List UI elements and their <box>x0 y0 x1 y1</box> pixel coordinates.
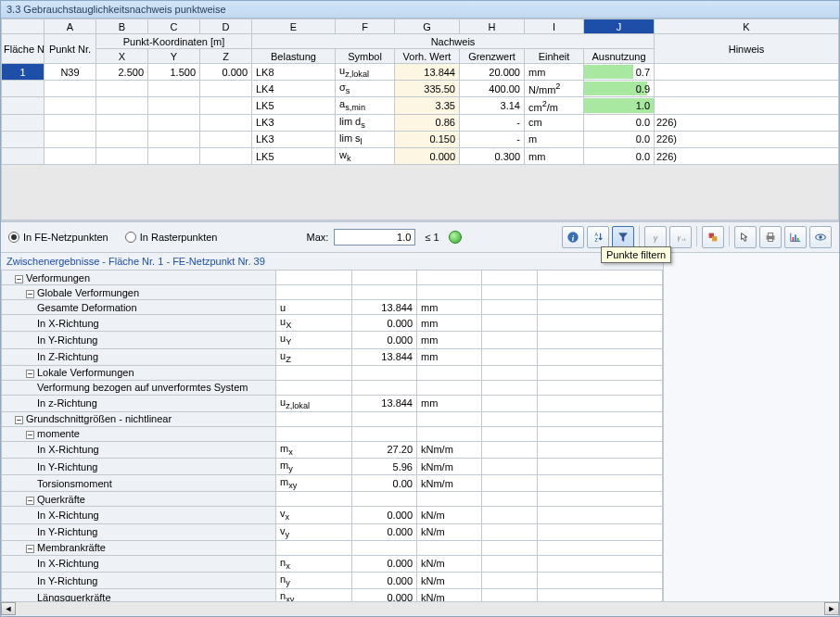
cell[interactable] <box>45 147 96 164</box>
cell[interactable]: 0.000 <box>395 147 460 164</box>
scroll-left-button[interactable]: ◄ <box>1 602 16 615</box>
tree-label[interactable]: Torsionsmoment <box>2 475 276 492</box>
col-vorh-wert[interactable]: Vorh. Wert <box>395 49 460 64</box>
cell[interactable] <box>200 147 252 164</box>
cell[interactable]: N/mm2 <box>525 81 584 97</box>
radio-rasterpunkten[interactable]: In Rasterpunkten <box>125 232 218 243</box>
row-header[interactable]: 1 <box>2 64 45 81</box>
cell-hinweis[interactable] <box>655 64 839 81</box>
cell[interactable]: lim ds <box>336 114 395 131</box>
info-button[interactable]: i <box>562 226 584 248</box>
row-header[interactable] <box>2 147 45 164</box>
tree-label[interactable]: In Y-Richtung <box>2 573 276 589</box>
tree-label[interactable]: In Y-Richtung <box>2 459 276 475</box>
col-letter-C[interactable]: C <box>148 19 200 34</box>
col-letter-J[interactable]: J <box>584 19 655 34</box>
cell[interactable] <box>45 97 96 114</box>
subgrid-row[interactable]: −Globale Verformungen <box>2 285 663 300</box>
row-header[interactable] <box>2 97 45 114</box>
cell[interactable]: 0.150 <box>395 131 460 147</box>
col-einheit[interactable]: Einheit <box>525 49 584 64</box>
cell[interactable] <box>96 131 148 147</box>
tree-label[interactable]: −Globale Verformungen <box>2 285 276 300</box>
subgrid-row[interactable]: In Y-Richtungvy0.000kN/m <box>2 523 663 540</box>
cell[interactable] <box>200 114 252 131</box>
pick-button[interactable] <box>734 226 757 248</box>
tree-toggle-icon[interactable]: − <box>15 416 23 424</box>
col-ausnutzung[interactable]: Ausnutzung <box>584 49 655 64</box>
table-row[interactable]: LK5as,min3.353.14cm2/m1.0 <box>2 97 839 114</box>
tree-label[interactable]: In Z-Richtung <box>2 348 276 365</box>
chart-button[interactable] <box>784 226 807 248</box>
subgrid-row[interactable]: In Z-RichtunguZ13.844mm <box>2 348 663 365</box>
cell[interactable]: uz,lokal <box>336 64 395 81</box>
col-x[interactable]: X <box>96 49 148 64</box>
subgrid-row[interactable]: In Y-RichtunguY0.000mm <box>2 332 663 348</box>
tree-label[interactable]: −Lokale Verformungen <box>2 365 276 380</box>
table-row[interactable]: LK3lim sl0.150-m0.0226) <box>2 131 839 147</box>
cell[interactable]: N39 <box>45 64 96 81</box>
subgrid-row[interactable]: −Lokale Verformungen <box>2 365 663 380</box>
col-letter-A[interactable]: A <box>45 19 96 34</box>
tree-toggle-icon[interactable]: − <box>26 497 34 505</box>
cell[interactable] <box>45 131 96 147</box>
subgrid-row[interactable]: In X-Richtungnx0.000kN/m <box>2 555 663 572</box>
cell[interactable] <box>200 131 252 147</box>
cell[interactable]: 335.50 <box>395 81 460 97</box>
subgrid-row[interactable]: Gesamte Deformationu13.844mm <box>2 300 663 315</box>
cell[interactable]: 0.000 <box>200 64 252 81</box>
subgrid-row[interactable]: In z-Richtunguz,lokal13.844mm <box>2 395 663 411</box>
col-grenzwert[interactable]: Grenzwert <box>460 49 525 64</box>
col-letter-K[interactable]: K <box>655 19 839 34</box>
tree-label[interactable]: In Y-Richtung <box>2 332 276 348</box>
tree-toggle-icon[interactable]: − <box>26 545 34 553</box>
cell[interactable]: 3.14 <box>460 97 525 114</box>
cell[interactable]: 0.86 <box>395 114 460 131</box>
cell[interactable]: LK5 <box>252 147 336 164</box>
row-header[interactable] <box>2 131 45 147</box>
col-z[interactable]: Z <box>200 49 252 64</box>
cell[interactable]: cm <box>525 114 584 131</box>
tree-label[interactable]: In X-Richtung <box>2 507 276 523</box>
col-letter-B[interactable]: B <box>96 19 148 34</box>
tree-label[interactable]: −momente <box>2 426 276 441</box>
cell[interactable]: LK4 <box>252 81 336 97</box>
cell[interactable]: 3.35 <box>395 97 460 114</box>
table-row[interactable]: LK4σs335.50400.00N/mm20.9 <box>2 81 839 97</box>
view-button[interactable] <box>809 226 832 248</box>
tree-label[interactable]: Längsquerkräfte <box>2 589 276 601</box>
subgrid-row[interactable]: In Y-Richtungmy5.96kNm/m <box>2 459 663 475</box>
cell[interactable]: LK8 <box>252 64 336 81</box>
cell-ausnutzung[interactable]: 0.0 <box>584 114 655 131</box>
tree-label[interactable]: In X-Richtung <box>2 315 276 332</box>
cell[interactable]: lim sl <box>336 131 395 147</box>
tree-label[interactable]: −Querkräfte <box>2 492 276 507</box>
tree-label[interactable]: −Verformungen <box>2 271 276 285</box>
tree-toggle-icon[interactable]: − <box>26 370 34 378</box>
cell[interactable]: LK3 <box>252 131 336 147</box>
filter-y-button[interactable]: γ <box>644 226 667 248</box>
row-header[interactable] <box>2 114 45 131</box>
cell[interactable]: - <box>460 131 525 147</box>
cell-ausnutzung[interactable]: 0.9 <box>584 81 655 97</box>
col-flaeche-nr[interactable]: Fläche Nr. <box>2 34 45 64</box>
col-punkt-nr[interactable]: Punkt Nr. <box>45 34 96 64</box>
filter-points-button[interactable] <box>612 226 634 248</box>
tools-button[interactable] <box>702 226 724 248</box>
cell[interactable]: 1.500 <box>148 64 200 81</box>
subgrid-row[interactable]: −momente <box>2 426 663 441</box>
cell[interactable]: 0.300 <box>460 147 525 164</box>
cell[interactable]: LK3 <box>252 114 336 131</box>
cell-hinweis[interactable]: 226) <box>655 147 839 164</box>
col-letter-D[interactable]: D <box>200 19 252 34</box>
cell-hinweis[interactable]: 226) <box>655 114 839 131</box>
cell[interactable]: cm2/m <box>525 97 584 114</box>
tree-toggle-icon[interactable]: − <box>15 275 23 283</box>
sort-button[interactable]: AZ <box>587 226 609 248</box>
cell-hinweis[interactable] <box>655 81 839 97</box>
col-letter-F[interactable]: F <box>336 19 395 34</box>
subgrid-row[interactable]: Längsquerkräftenxy0.000kN/m <box>2 589 663 601</box>
col-letter-H[interactable]: H <box>460 19 525 34</box>
tree-label[interactable]: In z-Richtung <box>2 395 276 411</box>
col-hinweis[interactable]: Hinweis <box>655 34 839 64</box>
